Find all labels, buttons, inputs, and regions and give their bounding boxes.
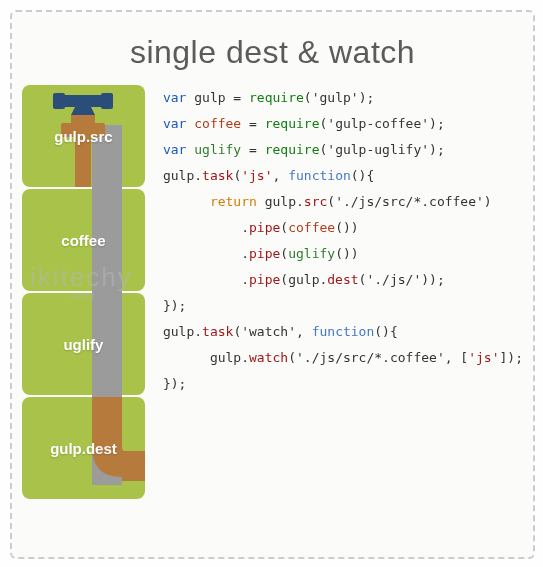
diagram-title: single dest & watch [12, 12, 533, 85]
code-line: gulp.task('js', function(){ [163, 163, 523, 189]
stage-label: uglify [63, 336, 103, 353]
stage-coffee: coffee [22, 189, 145, 291]
code-line: .pipe(uglify()) [163, 241, 523, 267]
code-line: gulp.watch('./js/src/*.coffee', ['js']); [163, 345, 523, 371]
content-row: gulp.src coffee uglify gulp.dest [12, 85, 533, 499]
code-line: var gulp = require('gulp'); [163, 85, 523, 111]
code-line: gulp.task('watch', function(){ [163, 319, 523, 345]
svg-rect-4 [71, 115, 95, 123]
code-block: var gulp = require('gulp'); var coffee =… [145, 85, 523, 499]
pipeline-column: gulp.src coffee uglify gulp.dest [22, 85, 145, 499]
diagram-container: single dest & watch gulp.src [10, 10, 535, 559]
stage-label: coffee [61, 232, 105, 249]
stage-label: gulp.src [54, 128, 112, 145]
code-line: var coffee = require('gulp-coffee'); [163, 111, 523, 137]
code-line: }); [163, 371, 523, 397]
stage-gulp-src: gulp.src [22, 85, 145, 187]
code-line: .pipe(coffee()) [163, 215, 523, 241]
stage-label: gulp.dest [50, 440, 117, 457]
svg-marker-3 [71, 107, 95, 115]
code-line: return gulp.src('./js/src/*.coffee') [163, 189, 523, 215]
svg-rect-0 [58, 95, 108, 107]
svg-rect-1 [53, 93, 65, 109]
code-line: var uglify = require('gulp-uglify'); [163, 137, 523, 163]
stage-uglify: uglify [22, 293, 145, 395]
code-line: .pipe(gulp.dest('./js/')); [163, 267, 523, 293]
stage-gulp-dest: gulp.dest [22, 397, 145, 499]
svg-rect-8 [122, 451, 145, 481]
code-line: }); [163, 293, 523, 319]
svg-rect-2 [101, 93, 113, 109]
